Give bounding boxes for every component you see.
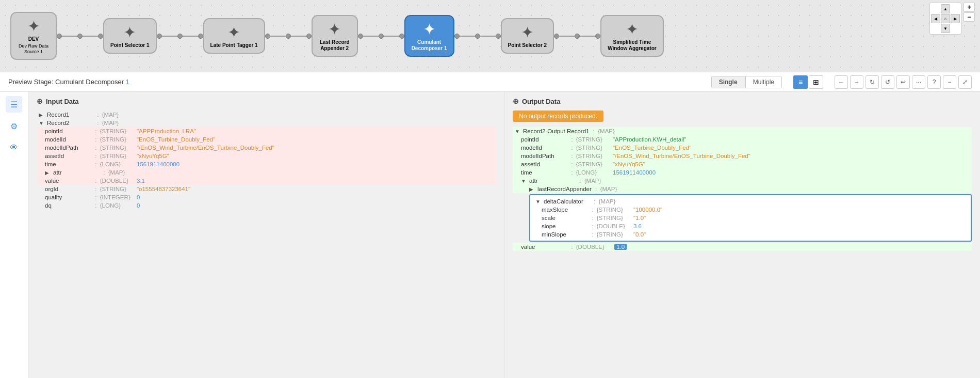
nav-right-btn[interactable]: ▶ — [951, 14, 960, 23]
out-lra-row[interactable]: ▶ lastRecordAppender : {MAP} — [513, 185, 972, 193]
out-modelidpath-row: modelIdPath : {STRING} "/EnOS_Wind_Turbi… — [513, 152, 972, 160]
output-record2-row[interactable]: ▼ Record2-Output Record1 : {MAP} — [513, 127, 972, 135]
connector-5 — [454, 34, 501, 39]
quality-type: : {INTEGER} — [93, 194, 135, 200]
expand-btn[interactable]: ⤢ — [958, 75, 972, 89]
list-view-btn[interactable]: ≡ — [793, 75, 808, 89]
input-panel-icon: ⊕ — [37, 97, 43, 105]
line-4b — [384, 36, 399, 37]
dot-16 — [554, 34, 559, 39]
undo-btn[interactable]: ↩ — [896, 75, 910, 89]
sidebar-list-icon[interactable]: ☰ — [6, 96, 22, 113]
nav-home-btn[interactable]: ⌂ — [941, 14, 950, 23]
record2-toggle[interactable]: ▼ — [39, 120, 45, 126]
delta-header-row[interactable]: ▼ deltaCalculator : {MAP} — [533, 197, 968, 206]
ps1-icon: ✦ — [123, 23, 136, 41]
time-row: time : {LONG} 1561911400000 — [37, 160, 496, 168]
modelid-label: modelId — [45, 136, 91, 143]
lra2-icon: ✦ — [328, 20, 341, 38]
single-mode-btn[interactable]: Single — [711, 76, 745, 88]
delta-toggle[interactable]: ▼ — [535, 199, 542, 204]
line-5b — [480, 36, 496, 37]
slope-row: slope : {DOUBLE} 3.6 — [533, 222, 968, 230]
out-modelid-value: "EnOS_Turbine_Doubly_Fed" — [613, 145, 691, 151]
grid-view-btn[interactable]: ⊞ — [809, 75, 823, 89]
out-time-row: time : {LONG} 1561911400000 — [513, 168, 972, 177]
record1-toggle[interactable]: ▶ — [39, 112, 45, 118]
maxslope-type: : {STRING} — [590, 207, 631, 213]
line-6b — [580, 36, 595, 37]
dq-row: dq : {LONG} 0 — [37, 201, 496, 210]
out-assetid-label: assetId — [521, 161, 567, 167]
dot-15 — [496, 34, 501, 39]
ps2-title: Point Selector 2 — [508, 42, 547, 49]
modelidpath-label: modelIdPath — [45, 145, 91, 151]
no-output-badge: No output records produced. — [513, 111, 603, 122]
delta-label: deltaCalculator — [544, 198, 590, 204]
dot-3 — [98, 34, 103, 39]
sidebar-eye-icon[interactable]: 👁 — [6, 139, 22, 156]
pipeline-area: ✦ DEV Dev Raw DataSource 1 ✦ Point Selec… — [0, 0, 980, 72]
orgid-value: "o15554837323641" — [137, 186, 190, 192]
orgid-label: orgId — [45, 186, 91, 192]
out-modelidpath-label: modelIdPath — [521, 153, 567, 159]
node-late-point-tagger-1[interactable]: ✦ Late Point Tagger 1 — [203, 18, 265, 54]
node-last-record-appender-2[interactable]: ✦ Last RecordAppender 2 — [312, 15, 358, 57]
nav-up-btn[interactable]: ▲ — [941, 4, 950, 13]
out-attr-toggle[interactable]: ▼ — [521, 178, 527, 184]
record1-row[interactable]: ▶ Record1 : {MAP} — [37, 111, 496, 119]
minimize-btn[interactable]: − — [943, 75, 956, 89]
out-pointid-row: pointId : {STRING} "APProduction.KWH_det… — [513, 135, 972, 144]
out-modelid-type: : {STRING} — [569, 145, 611, 151]
node-cumulant-decomposer-1[interactable]: ✦ CumulantDecomposer 1 — [404, 15, 454, 57]
assetid-label: assetId — [45, 153, 91, 159]
line-6 — [559, 36, 575, 37]
attr-row[interactable]: ▶ attr : {MAP} — [37, 168, 496, 177]
node-dev-subtitle: Dev Raw DataSource 1 — [19, 43, 48, 55]
output-record2-type: : {MAP} — [591, 128, 632, 134]
connector-6 — [554, 34, 600, 39]
prev-btn[interactable]: ← — [835, 75, 848, 89]
multiple-mode-btn[interactable]: Multiple — [745, 76, 782, 88]
quality-label: quality — [45, 194, 91, 200]
pipeline-nodes: ✦ DEV Dev Raw DataSource 1 ✦ Point Selec… — [10, 12, 970, 60]
out-attr-row[interactable]: ▼ attr : {MAP} — [513, 177, 972, 185]
record2-row[interactable]: ▼ Record2 : {MAP} — [37, 119, 496, 127]
dot-9 — [306, 34, 312, 39]
node-point-selector-2[interactable]: ✦ Point Selector 2 — [501, 18, 554, 54]
sidebar-gear-icon[interactable]: ⚙ — [6, 118, 22, 134]
dq-label: dq — [45, 202, 91, 209]
view-icons: ≡ ⊞ — [793, 75, 823, 89]
node-point-selector-1[interactable]: ✦ Point Selector 1 — [103, 18, 157, 54]
nav-down-btn[interactable]: ▼ — [941, 24, 950, 33]
node-simplified-time-window[interactable]: ✦ Simplified TimeWindow Aggregator — [600, 15, 664, 57]
out-lra-toggle[interactable]: ▶ — [529, 186, 535, 192]
refresh-btn[interactable]: ↻ — [865, 75, 879, 89]
refresh-alt-btn[interactable]: ↺ — [881, 75, 894, 89]
value-highlight-badge: 1.0 — [614, 244, 627, 250]
nav-left-btn[interactable]: ◀ — [931, 14, 940, 23]
output-record2-toggle[interactable]: ▼ — [515, 129, 521, 134]
help-btn[interactable]: ? — [927, 75, 941, 89]
out-modelid-row: modelId : {STRING} "EnOS_Turbine_Doubly_… — [513, 144, 972, 152]
next-btn[interactable]: → — [850, 75, 863, 89]
dot-14 — [475, 34, 480, 39]
out-modelidpath-value: "/EnOS_Wind_Turbine/EnOS_Turbine_Doubly_… — [613, 153, 750, 159]
output-record2-section: ▼ Record2-Output Record1 : {MAP} pointId… — [513, 127, 972, 251]
zoom-in-btn[interactable]: + — [963, 3, 975, 12]
dq-type: : {LONG} — [93, 202, 135, 209]
minslope-label: minSlope — [542, 231, 588, 238]
out-pointid-label: pointId — [521, 136, 567, 143]
main-content: ☰ ⚙ 👁 ⊕ Input Data ▶ Record1 : {MAP} ▼ R… — [0, 92, 980, 378]
dev-icon: ✦ — [27, 17, 40, 35]
zoom-out-btn[interactable]: − — [963, 12, 975, 22]
cd1-icon: ✦ — [423, 20, 436, 38]
more-btn[interactable]: ··· — [912, 75, 925, 89]
cd1-title: CumulantDecomposer 1 — [412, 39, 447, 52]
pointid-label: pointId — [45, 128, 91, 134]
node-dev[interactable]: ✦ DEV Dev Raw DataSource 1 — [10, 12, 57, 60]
dot-11 — [379, 34, 384, 39]
dot-6 — [198, 34, 203, 39]
dot-1 — [57, 34, 62, 39]
attr-toggle[interactable]: ▶ — [45, 170, 51, 176]
